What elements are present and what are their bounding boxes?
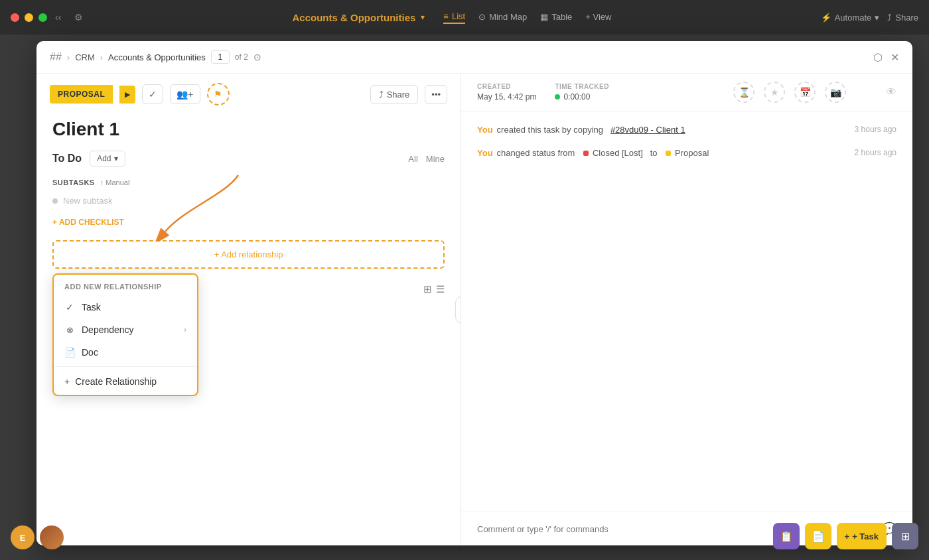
title-bar-center: Accounts & Opportunities ▾ ≡ List ⊙ Mind… bbox=[91, 11, 812, 24]
breadcrumb-crm[interactable]: CRM bbox=[75, 52, 95, 62]
subtask-placeholder[interactable]: New subtask bbox=[63, 196, 112, 206]
activity-text-1: changed status from Closed [Lost] to Pro… bbox=[497, 148, 851, 158]
close-window-button[interactable] bbox=[11, 13, 19, 22]
activity-item-1: You changed status from Closed [Lost] to… bbox=[477, 148, 896, 158]
add-relationship-area: + Add relationship ADD NEW RELATIONSHIP … bbox=[52, 240, 445, 269]
user-photo-avatar[interactable] bbox=[40, 525, 64, 549]
nav-items: ≡ List ⊙ Mind Map ▦ Table + View bbox=[443, 11, 611, 24]
menu-divider bbox=[54, 366, 197, 367]
todo-label: To Do bbox=[52, 153, 82, 165]
settings-icon[interactable]: ⚙ bbox=[74, 12, 83, 23]
status-arrow-button[interactable]: ▶ bbox=[119, 86, 135, 104]
user-initial-avatar[interactable]: E bbox=[11, 525, 35, 549]
add-relationship-button[interactable]: + Add relationship bbox=[52, 240, 445, 269]
add-todo-button[interactable]: Add ▾ bbox=[90, 151, 125, 167]
complete-button[interactable]: ✓ bbox=[142, 84, 163, 104]
modal-overlay: ## › CRM › Accounts & Opportunities of 2… bbox=[20, 35, 929, 560]
list-icon: ≡ bbox=[443, 11, 449, 21]
nav-mind-map[interactable]: ⊙ Mind Map bbox=[478, 12, 527, 23]
new-subtask-row: New subtask bbox=[52, 192, 445, 210]
page-number-input[interactable] bbox=[211, 50, 230, 64]
user-avatar-area: E bbox=[11, 525, 64, 549]
list-view-button[interactable]: ☰ bbox=[436, 283, 445, 295]
title-bar: ‹‹ ⚙ Accounts & Opportunities ▾ ≡ List ⊙… bbox=[0, 0, 929, 35]
new-task-button[interactable]: + + Task bbox=[837, 523, 887, 549]
panel-resize-handle[interactable]: › bbox=[455, 297, 461, 323]
timer-icon-button[interactable]: ⌛ bbox=[733, 82, 754, 103]
nav-table[interactable]: ▦ Table bbox=[540, 12, 572, 23]
copy-icon[interactable]: ⊙ bbox=[253, 52, 261, 62]
table-icon: ▦ bbox=[540, 12, 548, 22]
minimize-window-button[interactable] bbox=[25, 13, 33, 22]
clipboard-button[interactable]: 📋 bbox=[773, 523, 800, 549]
manual-sort-button[interactable]: ↑ Manual bbox=[100, 178, 130, 186]
expand-icon[interactable]: ⬡ bbox=[873, 51, 883, 64]
grid-button[interactable]: ⊞ bbox=[892, 523, 918, 549]
activity-item-0: You created this task by copying #28vdu0… bbox=[477, 125, 896, 135]
filter-mine-button[interactable]: Mine bbox=[426, 154, 445, 164]
rel-menu-create[interactable]: + Create Relationship bbox=[54, 370, 197, 395]
back-button[interactable]: ‹‹ bbox=[55, 12, 61, 23]
recording-dot bbox=[555, 94, 560, 100]
activity-text-0: created this task by copying #28vdu09 - … bbox=[497, 125, 851, 135]
flag-button[interactable]: ⚑ bbox=[207, 83, 230, 105]
todo-section: To Do Add ▾ All Mine bbox=[36, 151, 461, 173]
star-icon-button[interactable]: ★ bbox=[764, 82, 785, 103]
doc-icon: 📄 bbox=[64, 347, 75, 358]
activity-link-0[interactable]: #28vdu09 - Client 1 bbox=[610, 125, 685, 135]
created-value: May 15, 4:42 pm bbox=[477, 92, 536, 102]
automate-button[interactable]: ⚡ Automate ▾ bbox=[821, 13, 880, 23]
grid-view-button[interactable]: ⊞ bbox=[423, 283, 432, 295]
closed-lost-status-dot bbox=[583, 151, 589, 156]
video-icon-button[interactable]: 📷 bbox=[825, 82, 846, 103]
subtask-dot bbox=[52, 198, 58, 204]
clipboard-icon: 📋 bbox=[780, 530, 793, 543]
doc-icon: 📄 bbox=[812, 530, 825, 543]
share-button[interactable]: ⤴ Share bbox=[887, 13, 918, 23]
share-button[interactable]: ⤴ Share bbox=[370, 85, 419, 104]
plus-icon: + bbox=[845, 531, 850, 541]
created-label: CREATED bbox=[477, 83, 536, 90]
add-checklist-button[interactable]: + ADD CHECKLIST bbox=[36, 210, 461, 235]
rel-menu-header: ADD NEW RELATIONSHIP bbox=[54, 275, 197, 296]
status-button[interactable]: PROPOSAL bbox=[50, 85, 113, 104]
title-caret-icon[interactable]: ▾ bbox=[421, 13, 425, 22]
meta-time-tracked: TIME TRACKED 0:00:00 bbox=[555, 83, 609, 102]
automate-icon: ⚡ bbox=[821, 13, 831, 23]
task-title[interactable]: Client 1 bbox=[36, 112, 461, 151]
doc-button[interactable]: 📄 bbox=[805, 523, 831, 549]
close-icon[interactable]: ✕ bbox=[891, 51, 899, 64]
task-toolbar: PROPOSAL ▶ ✓ 👥+ ⚑ ⤴ Share bbox=[36, 74, 461, 112]
activity-feed: You created this task by copying #28vdu0… bbox=[461, 111, 912, 512]
todo-filters: All Mine bbox=[408, 154, 445, 164]
subtasks-label: SUBTASKS bbox=[52, 178, 95, 186]
assign-button[interactable]: 👥+ bbox=[170, 84, 200, 104]
page-title: Accounts & Opportunities bbox=[292, 12, 415, 23]
modal-body: PROPOSAL ▶ ✓ 👥+ ⚑ ⤴ Share bbox=[36, 74, 912, 545]
maximize-window-button[interactable] bbox=[38, 13, 47, 22]
settings-icon-button[interactable] bbox=[855, 82, 877, 103]
task-check-icon: ✓ bbox=[64, 302, 75, 313]
breadcrumb-page[interactable]: Accounts & Opportunities bbox=[108, 52, 206, 62]
nav-add-view[interactable]: + View bbox=[585, 12, 611, 23]
modal-header-right: ⬡ ✕ bbox=[873, 51, 899, 64]
task-modal: ## › CRM › Accounts & Opportunities of 2… bbox=[36, 41, 912, 545]
rel-menu-doc[interactable]: 📄 Doc bbox=[54, 341, 197, 364]
grid-icon: ⊞ bbox=[901, 530, 910, 543]
right-panel: CREATED May 15, 4:42 pm TIME TRACKED 0:0… bbox=[461, 74, 912, 545]
left-panel: PROPOSAL ▶ ✓ 👥+ ⚑ ⤴ Share bbox=[36, 74, 461, 545]
filter-all-button[interactable]: All bbox=[408, 154, 417, 164]
dependency-arrow-icon: › bbox=[184, 325, 186, 334]
more-button[interactable]: ••• bbox=[425, 85, 447, 104]
calendar-icon-button[interactable]: 📅 bbox=[794, 82, 816, 103]
rel-menu-dependency[interactable]: ⊗ Dependency › bbox=[54, 318, 197, 341]
time-tracked-label: TIME TRACKED bbox=[555, 83, 609, 90]
create-plus-icon: + bbox=[64, 376, 70, 387]
eye-icon[interactable]: 👁 bbox=[886, 86, 896, 98]
activity-time-1: 2 hours ago bbox=[855, 148, 896, 157]
todo-header: To Do Add ▾ All Mine bbox=[52, 151, 445, 167]
subtasks-header: SUBTASKS ↑ Manual bbox=[52, 178, 445, 186]
mindmap-icon: ⊙ bbox=[478, 12, 486, 22]
nav-list[interactable]: ≡ List bbox=[443, 11, 465, 24]
rel-menu-task[interactable]: ✓ Task bbox=[54, 296, 197, 318]
